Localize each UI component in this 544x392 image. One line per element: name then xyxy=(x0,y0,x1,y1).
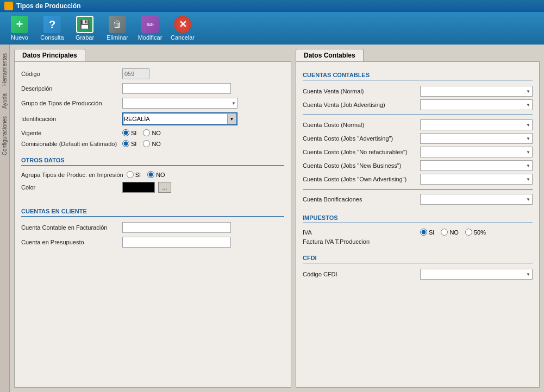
cuenta-costo-advertising-label: Cuenta Costo (Jobs "Advertising") xyxy=(303,135,417,142)
factura-iva-row: Factura IVA T.Produccion xyxy=(303,238,533,245)
vigente-no[interactable]: NO xyxy=(143,129,161,136)
color-row: Color ... xyxy=(21,182,284,193)
iva-no[interactable]: NO xyxy=(441,229,459,236)
identificacion-row: Identificación REGALÍA ▼ xyxy=(21,112,284,125)
cuentas-contables-title: CUENTAS CONTABLES xyxy=(303,72,533,80)
modificar-button[interactable]: ✏ Modificar xyxy=(135,14,165,42)
content-area: Datos Principales Código Descripción Gru… xyxy=(10,45,544,392)
cuenta-bonificaciones-wrapper xyxy=(420,194,533,205)
descripcion-row: Descripción xyxy=(21,83,284,94)
iva-si[interactable]: SI xyxy=(420,229,434,236)
vigente-si[interactable]: SI xyxy=(122,129,136,136)
identificacion-dropdown-icon[interactable]: ▼ xyxy=(227,114,236,124)
grabar-button[interactable]: 💾 Grabar xyxy=(70,14,100,42)
grupo-select[interactable] xyxy=(122,98,237,109)
identificacion-wrapper: REGALÍA ▼ xyxy=(122,112,237,125)
cuenta-venta-normal-wrapper xyxy=(420,86,533,97)
cuenta-bonificaciones-label: Cuenta Bonificaciones xyxy=(303,196,417,203)
comisionable-radio-group: SI NO xyxy=(122,140,161,147)
side-tab-herramientas[interactable]: Herramientas xyxy=(1,50,9,89)
agrupa-no[interactable]: NO xyxy=(147,171,165,178)
factura-iva-label: Factura IVA T.Produccion xyxy=(303,238,417,245)
comisionable-si[interactable]: SI xyxy=(122,140,136,147)
cuentas-cliente-title: CUENTAS EN CLIENTE xyxy=(21,208,284,217)
cuenta-presupuesto-label: Cuenta en Presupuesto xyxy=(21,239,119,245)
nuevo-button[interactable]: + Nuevo xyxy=(4,14,35,42)
descripcion-input[interactable] xyxy=(122,83,231,94)
iva-row: IVA SI NO 50% xyxy=(303,229,533,236)
modificar-label: Modificar xyxy=(138,34,162,41)
agrupa-row: Agrupa Tipos de Produc. en Impresión SI … xyxy=(21,171,284,178)
consulta-button[interactable]: ? Consulta xyxy=(37,14,67,42)
codigo-cfdi-select[interactable] xyxy=(420,269,533,280)
iva-label: IVA xyxy=(303,229,417,236)
cuenta-costo-newbiz-select[interactable] xyxy=(420,160,533,171)
cancelar-button[interactable]: ✕ Cancelar xyxy=(167,14,198,42)
toolbar: + Nuevo ? Consulta 💾 Grabar 🗑 Eliminar ✏… xyxy=(0,12,544,45)
cuenta-bonificaciones-select[interactable] xyxy=(420,194,533,205)
grupo-row: Grupo de Tipos de Producción xyxy=(21,98,284,109)
modificar-icon: ✏ xyxy=(141,16,159,33)
cuenta-costo-noref-wrapper xyxy=(420,147,533,157)
nuevo-label: Nuevo xyxy=(11,34,28,41)
tab-datos-contables[interactable]: Datos Contables xyxy=(296,49,364,61)
color-pick-button[interactable]: ... xyxy=(158,182,171,193)
agrupa-si[interactable]: SI xyxy=(127,171,141,178)
consulta-icon: ? xyxy=(43,16,61,33)
vigente-label: Vigente xyxy=(21,130,119,136)
cuenta-costo-normal-label: Cuenta Costo (Normal) xyxy=(303,122,417,128)
cancelar-icon: ✕ xyxy=(174,16,191,33)
left-panel: Datos Principales Código Descripción Gru… xyxy=(14,49,291,388)
identificacion-select[interactable]: REGALÍA xyxy=(124,114,227,124)
grabar-label: Grabar xyxy=(76,34,94,41)
side-tab-ayuda[interactable]: Ayuda xyxy=(1,90,9,112)
codigo-row: Código xyxy=(21,68,284,79)
cuenta-costo-advertising-wrapper xyxy=(420,133,533,144)
cuenta-costo-noref-label: Cuenta Costo (Jobs "No refacturables") xyxy=(303,149,417,155)
eliminar-button[interactable]: 🗑 Eliminar xyxy=(102,14,133,42)
title-bar-text: Tipos de Producción xyxy=(16,2,80,10)
cuenta-bonificaciones-row: Cuenta Bonificaciones xyxy=(303,194,533,205)
color-label: Color xyxy=(21,184,119,191)
right-panel-body: CUENTAS CONTABLES Cuenta Venta (Normal) … xyxy=(296,61,540,388)
descripcion-label: Descripción xyxy=(21,85,119,92)
left-panel-body: Código Descripción Grupo de Tipos de Pro… xyxy=(14,61,291,388)
comisionable-label: Comisionable (Default en Estimado) xyxy=(21,141,119,147)
cuenta-costo-own-select[interactable] xyxy=(420,174,533,185)
divider-2 xyxy=(303,189,533,189)
cfdi-title: CFDI xyxy=(303,255,533,263)
cuenta-venta-job-select[interactable] xyxy=(420,99,533,110)
cuenta-facturacion-input[interactable] xyxy=(122,222,231,233)
nuevo-icon: + xyxy=(11,16,28,33)
cuenta-venta-job-wrapper xyxy=(420,99,533,110)
identificacion-label: Identificación xyxy=(21,116,119,122)
cuenta-costo-advertising-select[interactable] xyxy=(420,133,533,144)
cuenta-costo-own-label: Cuenta Costo (Jobs "Own Advertising") xyxy=(303,176,417,182)
grabar-icon: 💾 xyxy=(76,16,93,33)
right-tab-header: Datos Contables xyxy=(296,49,540,61)
codigo-cfdi-label: Código CFDI xyxy=(303,271,417,277)
vigente-radio-group: SI NO xyxy=(122,129,161,136)
vigente-row: Vigente SI NO xyxy=(21,129,284,136)
cuenta-venta-normal-select[interactable] xyxy=(420,86,533,97)
left-tab-header: Datos Principales xyxy=(14,49,291,61)
comisionable-row: Comisionable (Default en Estimado) SI NO xyxy=(21,140,284,147)
otros-datos-title: OTROS DATOS xyxy=(21,157,284,166)
cuenta-costo-newbiz-wrapper xyxy=(420,160,533,171)
cuenta-costo-noref-row: Cuenta Costo (Jobs "No refacturables") xyxy=(303,147,533,157)
iva-radio-group: SI NO 50% xyxy=(420,229,486,236)
cuenta-costo-normal-row: Cuenta Costo (Normal) xyxy=(303,119,533,130)
codigo-cfdi-row: Código CFDI xyxy=(303,269,533,280)
codigo-input[interactable] xyxy=(122,68,149,79)
cuenta-presupuesto-input[interactable] xyxy=(122,237,231,248)
iva-50[interactable]: 50% xyxy=(465,229,486,236)
cuenta-costo-newbiz-row: Cuenta Costo (Jobs "New Business") xyxy=(303,160,533,171)
cuenta-costo-noref-select[interactable] xyxy=(420,147,533,157)
side-tab-configuraciones[interactable]: Configuraciones xyxy=(1,113,9,159)
comisionable-no[interactable]: NO xyxy=(143,140,161,147)
cuenta-costo-normal-wrapper xyxy=(420,119,533,130)
cuenta-venta-normal-row: Cuenta Venta (Normal) xyxy=(303,86,533,97)
cuenta-costo-normal-select[interactable] xyxy=(420,119,533,130)
color-swatch[interactable] xyxy=(122,182,155,193)
tab-datos-principales[interactable]: Datos Principales xyxy=(14,49,85,61)
